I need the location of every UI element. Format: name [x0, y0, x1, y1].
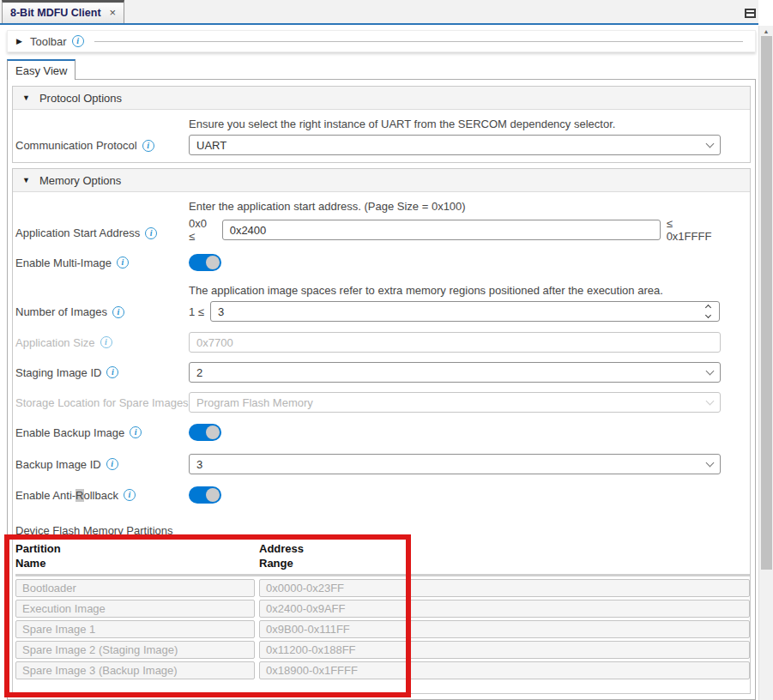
- memory-options-header[interactable]: ▼ Memory Options: [13, 169, 750, 192]
- number-of-images-label: Number of Images: [15, 305, 107, 318]
- enable-multi-image-toggle[interactable]: [189, 254, 221, 271]
- toolbar-label: Toolbar: [30, 35, 67, 48]
- protocol-options-header[interactable]: ▼ Protocol Options: [13, 87, 750, 110]
- expand-arrow-icon: ▼: [22, 94, 30, 102]
- chevron-down-icon: [706, 458, 715, 467]
- collapse-arrow-icon[interactable]: ▶: [16, 37, 22, 45]
- application-start-address-info-icon[interactable]: i: [145, 227, 157, 239]
- enable-anti-rollback-label: Enable Anti-Rollback: [15, 489, 118, 502]
- application-start-address-helper: Enter the application start address. (Pa…: [189, 199, 721, 214]
- partition-name-cell: Spare Image 1: [15, 620, 255, 638]
- protocol-options-section: ▼ Protocol Options Communication Protoco…: [12, 86, 751, 163]
- communication-protocol-label-cell: Communication Protocol i: [15, 117, 189, 155]
- application-start-address-label-cell: Application Start Address i: [15, 199, 189, 243]
- scrollbar-thumb[interactable]: [761, 36, 772, 570]
- address-range-cell: 0x11200-0x188FF: [259, 641, 750, 659]
- expand-arrow-icon: ▼: [22, 176, 30, 184]
- number-of-images-value: 3: [218, 305, 224, 318]
- application-size-label-cell: Application Size i: [15, 332, 189, 353]
- table-row: Bootloader 0x0000-0x23FF: [15, 579, 750, 597]
- vertical-scrollbar[interactable]: ▲: [758, 26, 773, 700]
- min-bound-label: 0x0 ≤: [189, 217, 216, 243]
- communication-protocol-select[interactable]: UART: [189, 135, 721, 155]
- number-of-images-helper: The application image spaces refer to ex…: [189, 283, 721, 299]
- address-range-cell: 0x2400-0x9AFF: [259, 600, 750, 618]
- easy-view-panel: ▼ Protocol Options Communication Protoco…: [7, 79, 756, 700]
- backup-image-id-value: 3: [196, 458, 202, 471]
- toolbar-info-icon[interactable]: i: [72, 35, 84, 47]
- text-selection-highlight: R: [75, 489, 83, 502]
- memory-options-title: Memory Options: [39, 174, 121, 187]
- communication-protocol-label: Communication Protocol: [15, 139, 137, 152]
- enable-backup-image-info-icon[interactable]: i: [130, 426, 142, 438]
- enable-backup-image-label-cell: Enable Backup Image i: [15, 424, 189, 441]
- partition-name-cell: Bootloader: [15, 579, 255, 597]
- minimize-window-icon[interactable]: [745, 9, 756, 18]
- number-of-images-info-icon[interactable]: i: [112, 306, 124, 318]
- storage-location-label-cell: Storage Location for Spare Images: [15, 392, 189, 413]
- tab-close-icon[interactable]: ×: [110, 9, 117, 17]
- chevron-down-icon: [706, 139, 715, 148]
- storage-location-select: Program Flash Memory: [189, 392, 721, 413]
- enable-multi-image-label: Enable Multi-Image: [15, 256, 112, 269]
- column-header-address-range: Address Range: [259, 541, 750, 570]
- protocol-options-title: Protocol Options: [39, 92, 122, 105]
- toggle-knob: [206, 488, 220, 502]
- application-start-address-input[interactable]: 0x2400: [222, 220, 661, 240]
- address-range-cell: 0x0000-0x23FF: [259, 579, 750, 597]
- column-header-partition-name: Partition Name: [15, 541, 255, 570]
- chevron-up-icon[interactable]: [705, 305, 711, 311]
- application-size-input: 0x7700: [189, 332, 721, 353]
- max-bound-label: ≤ 0x1FFFF: [667, 217, 721, 243]
- application-size-info-icon: i: [100, 336, 112, 348]
- divider-line: [94, 41, 743, 42]
- application-start-address-value: 0x2400: [230, 224, 267, 237]
- stepper-arrows[interactable]: [706, 305, 712, 317]
- table-row: Spare Image 3 (Backup Image) 0x18900-0x1…: [15, 661, 750, 679]
- toolbar-section[interactable]: ▶ Toolbar i: [7, 30, 756, 52]
- enable-anti-rollback-label-cell: Enable Anti-Rollback i: [15, 486, 189, 504]
- memory-options-section: ▼ Memory Options Application Start Addre…: [12, 168, 751, 694]
- chevron-down-icon: [706, 366, 715, 375]
- application-start-address-label: Application Start Address: [15, 226, 140, 239]
- staging-image-id-label: Staging Image ID: [15, 366, 101, 379]
- partition-name-cell: Execution Image: [15, 600, 255, 618]
- application-size-value: 0x7700: [196, 336, 233, 349]
- backup-image-id-label: Backup Image ID: [15, 458, 101, 471]
- number-of-images-stepper[interactable]: 3: [210, 301, 720, 322]
- enable-multi-image-info-icon[interactable]: i: [117, 256, 129, 269]
- enable-anti-rollback-info-icon[interactable]: i: [124, 489, 136, 501]
- toggle-knob: [206, 425, 220, 439]
- partitions-caption: Device Flash Memory Partitions: [15, 524, 750, 537]
- chevron-down-icon: [706, 396, 715, 405]
- enable-backup-image-label: Enable Backup Image: [15, 426, 124, 439]
- toggle-knob: [206, 256, 220, 269]
- backup-image-id-info-icon[interactable]: i: [106, 458, 118, 470]
- staging-image-id-label-cell: Staging Image ID i: [15, 362, 189, 383]
- tab-title: 8-Bit MDFU Client: [10, 7, 101, 19]
- enable-anti-rollback-toggle[interactable]: [189, 486, 221, 504]
- communication-protocol-value: UART: [196, 139, 226, 152]
- communication-protocol-helper: Ensure you select the right instance of …: [189, 117, 721, 132]
- address-range-cell: 0x9B00-0x111FF: [259, 620, 750, 638]
- staging-image-id-value: 2: [196, 366, 202, 379]
- tab-8bit-mdfu-client[interactable]: 8-Bit MDFU Client ×: [2, 0, 124, 23]
- table-header-separator: [15, 574, 750, 576]
- backup-image-id-select[interactable]: 3: [189, 454, 721, 474]
- staging-image-id-info-icon[interactable]: i: [106, 366, 118, 378]
- staging-image-id-select[interactable]: 2: [189, 362, 721, 383]
- partition-name-cell: Spare Image 2 (Staging Image): [15, 641, 255, 659]
- chevron-down-icon[interactable]: [705, 312, 711, 318]
- editor-tab-bar: 8-Bit MDFU Client ×: [0, 0, 758, 25]
- table-row: Execution Image 0x2400-0x9AFF: [15, 600, 750, 618]
- partition-name-cell: Spare Image 3 (Backup Image): [15, 661, 255, 679]
- communication-protocol-info-icon[interactable]: i: [142, 140, 154, 152]
- backup-image-id-label-cell: Backup Image ID i: [15, 454, 189, 474]
- storage-location-label: Storage Location for Spare Images: [15, 396, 189, 409]
- table-row: Spare Image 1 0x9B00-0x111FF: [15, 620, 750, 638]
- tab-easy-view[interactable]: Easy View: [7, 59, 75, 80]
- enable-backup-image-toggle[interactable]: [189, 424, 221, 441]
- storage-location-value: Program Flash Memory: [196, 396, 313, 409]
- table-row: Spare Image 2 (Staging Image) 0x11200-0x…: [15, 641, 750, 659]
- number-of-images-label-cell: Number of Images i: [15, 283, 189, 322]
